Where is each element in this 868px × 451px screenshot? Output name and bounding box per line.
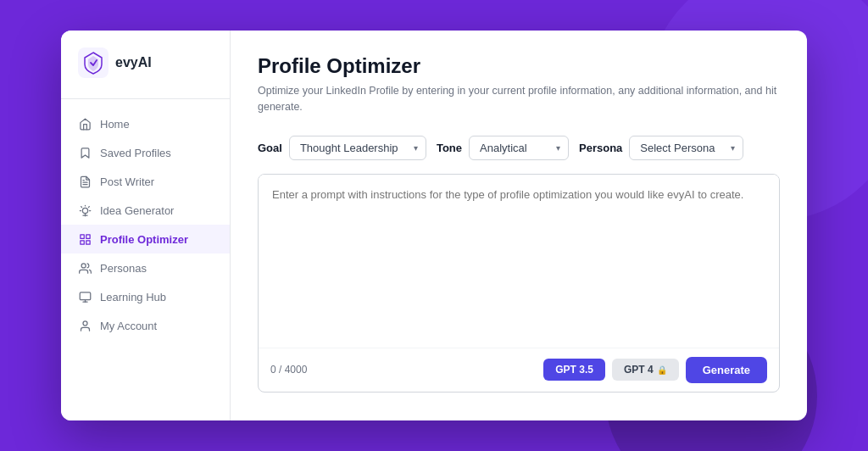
sidebar-item-post-writer-label: Post Writer — [100, 175, 154, 188]
sidebar-item-my-account[interactable]: My Account — [61, 311, 230, 340]
lightbulb-icon — [78, 203, 92, 217]
svg-point-13 — [81, 263, 86, 267]
sidebar-item-profile-optimizer[interactable]: Profile Optimizer — [61, 225, 230, 253]
svg-point-17 — [83, 320, 87, 325]
svg-line-5 — [81, 206, 81, 207]
gpt35-button[interactable]: GPT 3.5 — [543, 359, 605, 381]
prompt-textarea[interactable] — [259, 175, 779, 344]
sidebar-item-personas-label: Personas — [100, 262, 147, 275]
sidebar-item-profile-optimizer-label: Profile Optimizer — [100, 233, 188, 246]
sidebar-item-saved-profiles-label: Saved Profiles — [100, 147, 171, 159]
sidebar-item-idea-generator-label: Idea Generator — [100, 204, 174, 217]
persona-select[interactable]: Select Persona Executive Entrepreneur De… — [629, 136, 743, 160]
svg-point-4 — [82, 208, 87, 213]
footer-buttons: GPT 3.5 GPT 4 🔒 Generate — [543, 357, 767, 383]
generate-button[interactable]: Generate — [686, 357, 767, 383]
controls-row: Goal Thought Leadership Career Change Br… — [258, 136, 780, 160]
persona-select-wrapper: Select Persona Executive Entrepreneur De… — [629, 136, 743, 160]
svg-line-6 — [88, 206, 89, 207]
sidebar-item-my-account-label: My Account — [100, 320, 157, 332]
page-subtitle: Optimize your LinkedIn Profile by enteri… — [258, 83, 780, 115]
svg-rect-12 — [86, 240, 89, 243]
goal-select[interactable]: Thought Leadership Career Change Brand A… — [289, 136, 426, 160]
gpt4-label: GPT 4 — [624, 364, 654, 376]
user-icon — [78, 319, 92, 332]
svg-rect-9 — [80, 234, 83, 237]
goal-control-group: Goal Thought Leadership Career Change Br… — [258, 136, 426, 160]
sidebar-item-learning-hub[interactable]: Learning Hub — [61, 282, 230, 311]
tone-select-wrapper: Analytical Professional Casual Inspirati… — [469, 136, 569, 160]
persona-label: Persona — [579, 142, 622, 154]
sidebar-nav: Home Saved Profiles — [61, 109, 230, 404]
goal-label: Goal — [258, 142, 282, 154]
gpt4-button[interactable]: GPT 4 🔒 — [612, 359, 679, 381]
app-background: evyAI Home — [0, 0, 868, 451]
goal-select-wrapper: Thought Leadership Career Change Brand A… — [289, 136, 426, 160]
char-count: 0 / 4000 — [270, 364, 307, 376]
sidebar-item-personas[interactable]: Personas — [61, 253, 230, 282]
sidebar-item-home[interactable]: Home — [61, 109, 230, 138]
monitor-icon — [78, 290, 92, 303]
sidebar-item-post-writer[interactable]: Post Writer — [61, 167, 230, 196]
tone-control-group: Tone Analytical Professional Casual Insp… — [437, 136, 569, 160]
logo-area: evyAI — [61, 47, 230, 98]
bookmark-icon — [78, 146, 92, 159]
home-icon — [78, 117, 92, 131]
sidebar-item-saved-profiles[interactable]: Saved Profiles — [61, 138, 230, 167]
sidebar-item-home-label: Home — [100, 118, 130, 131]
persona-control-group: Persona Select Persona Executive Entrepr… — [579, 136, 743, 160]
tone-select[interactable]: Analytical Professional Casual Inspirati… — [469, 136, 569, 160]
app-window: evyAI Home — [61, 31, 807, 420]
main-content: Profile Optimizer Optimize your LinkedIn… — [231, 31, 807, 420]
svg-rect-11 — [80, 240, 83, 243]
page-title: Profile Optimizer — [258, 54, 780, 78]
users-icon — [78, 261, 92, 275]
prompt-area: 0 / 4000 GPT 3.5 GPT 4 🔒 Generate — [258, 174, 780, 393]
svg-rect-14 — [80, 292, 91, 299]
sidebar-item-learning-hub-label: Learning Hub — [100, 291, 166, 303]
file-text-icon — [78, 175, 92, 188]
prompt-footer: 0 / 4000 GPT 3.5 GPT 4 🔒 Generate — [259, 348, 779, 392]
svg-rect-10 — [86, 234, 89, 237]
sidebar-item-idea-generator[interactable]: Idea Generator — [61, 196, 230, 225]
lock-icon: 🔒 — [657, 365, 667, 375]
sidebar: evyAI Home — [61, 31, 231, 420]
profile-optimizer-icon — [78, 232, 92, 246]
tone-label: Tone — [437, 142, 462, 154]
sidebar-divider — [61, 98, 230, 99]
logo-text: evyAI — [115, 55, 152, 70]
logo-icon — [78, 47, 108, 78]
